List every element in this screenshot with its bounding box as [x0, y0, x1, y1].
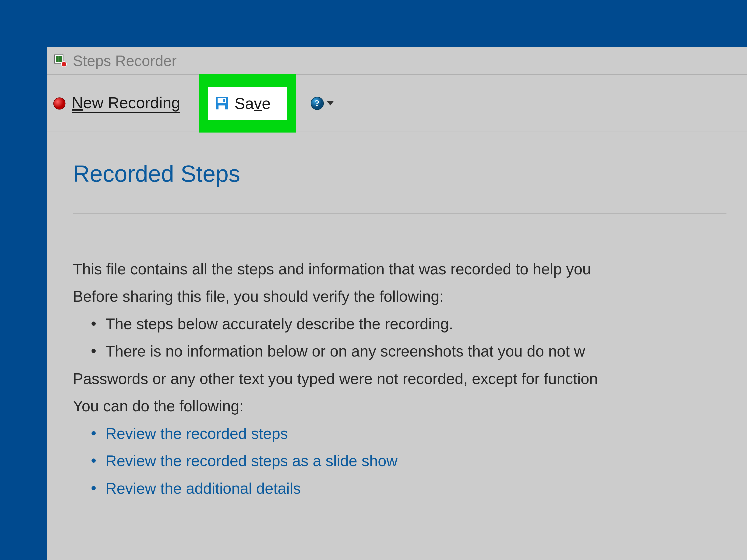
- toolbar: New Recording Save: [47, 75, 747, 132]
- svg-point-4: [54, 98, 66, 109]
- svg-point-3: [61, 61, 67, 67]
- steps-recorder-window: Steps Recorder New Recording: [47, 47, 747, 560]
- you-can-do-label: You can do the following:: [73, 393, 747, 420]
- svg-rect-1: [56, 56, 59, 62]
- titlebar: Steps Recorder: [47, 47, 747, 75]
- divider: [73, 213, 726, 213]
- new-recording-button[interactable]: New Recording: [72, 94, 180, 113]
- review-steps-link[interactable]: Review the recorded steps: [105, 425, 288, 442]
- list-item: Review the recorded steps: [105, 420, 747, 447]
- window-title: Steps Recorder: [73, 52, 177, 70]
- svg-rect-7: [218, 105, 225, 109]
- svg-rect-2: [59, 56, 61, 62]
- verify-bullet: The steps below accurately describe the …: [105, 310, 747, 338]
- verify-bullet: There is no information below or on any …: [105, 338, 747, 365]
- list-item: Review the recorded steps as a slide sho…: [105, 447, 747, 475]
- password-note: Passwords or any other text you typed we…: [73, 365, 747, 393]
- list-item: Review the additional details: [105, 475, 747, 502]
- steps-recorder-app-icon: [54, 54, 67, 67]
- svg-rect-0: [55, 55, 63, 63]
- save-button[interactable]: Save: [208, 87, 287, 120]
- svg-text:?: ?: [315, 98, 319, 108]
- intro-line-2: Before sharing this file, you should ver…: [73, 283, 747, 310]
- review-slideshow-link[interactable]: Review the recorded steps as a slide sho…: [105, 452, 397, 470]
- save-floppy-icon: [215, 97, 229, 110]
- save-button-label: Save: [234, 94, 271, 112]
- chevron-down-icon: [327, 101, 334, 105]
- tutorial-highlight: Save: [199, 74, 296, 133]
- content-area: Recorded Steps This file contains all th…: [47, 132, 747, 502]
- help-icon: ?: [310, 96, 324, 110]
- page-heading: Recorded Steps: [73, 160, 747, 187]
- record-icon: [53, 97, 66, 110]
- intro-line-1: This file contains all the steps and inf…: [73, 256, 747, 283]
- help-dropdown[interactable]: ?: [310, 96, 334, 110]
- body-text: This file contains all the steps and inf…: [73, 256, 747, 502]
- review-details-link[interactable]: Review the additional details: [105, 480, 301, 497]
- svg-rect-8: [224, 99, 225, 102]
